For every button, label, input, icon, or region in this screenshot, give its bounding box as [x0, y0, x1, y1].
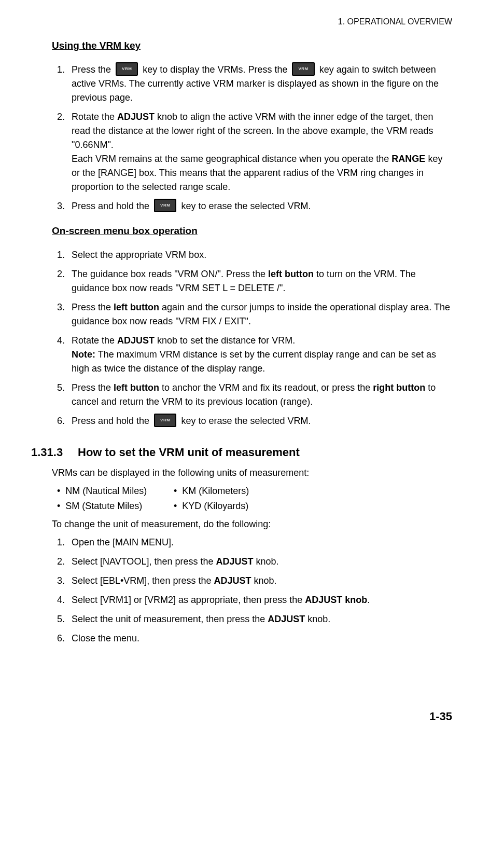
text: Rotate the: [72, 112, 117, 122]
text: key to display the VRMs. Press the: [140, 64, 290, 75]
section-number: 1.31.3: [31, 444, 78, 461]
vrm-key-icon: VRM: [116, 62, 138, 76]
text: KYD (Kiloyards): [182, 501, 248, 511]
bold-text: RANGE: [391, 154, 425, 164]
list-item: Open the [MAIN MENU].: [67, 536, 452, 550]
bold-text: ADJUST: [214, 575, 251, 586]
text: Press and hold the: [72, 201, 152, 211]
page-header: 1. OPERATIONAL OVERVIEW: [31, 16, 452, 28]
list-item: Select the unit of measurement, then pre…: [67, 612, 452, 626]
text: The maximum VRM distance is set by the c…: [72, 349, 436, 374]
page-number: 1-35: [31, 708, 452, 725]
bullet-item: • KM (Kilometers): [174, 484, 288, 498]
text: Select the unit of measurement, then pre…: [72, 614, 268, 624]
list-item: Press the left button to anchor the VRM …: [67, 381, 452, 409]
text: Press and hold the: [72, 416, 152, 426]
list-item: Select [NAVTOOL], then press the ADJUST …: [67, 555, 452, 569]
list-item: Select the appropriate VRM box.: [67, 248, 452, 262]
bullet-item: • SM (Statute Miles): [57, 499, 171, 513]
heading-vrm-unit: 1.31.3How to set the VRM unit of measure…: [31, 444, 452, 461]
text: Select [VRM1] or [VRM2] as appropriate, …: [72, 595, 305, 605]
list-item: Close the menu.: [67, 632, 452, 646]
bold-text: ADJUST knob: [305, 595, 367, 605]
bold-text: left button: [268, 269, 314, 279]
text: knob.: [305, 614, 330, 624]
text: Press the: [72, 382, 114, 393]
text: The guidance box reads "VRM ON/". Press …: [72, 269, 268, 279]
text: Press the: [72, 302, 114, 312]
text: key to erase the selected VRM.: [178, 201, 311, 211]
bold-text: ADJUST: [268, 614, 305, 624]
text: Select [EBL•VRM], then press the: [72, 575, 214, 586]
text: Each VRM remains at the same geographica…: [72, 154, 391, 164]
text: Press the: [72, 64, 114, 75]
text: key to erase the selected VRM.: [178, 416, 311, 426]
vrm-key-icon: VRM: [292, 62, 314, 76]
bold-text: Note:: [72, 349, 95, 360]
intro-text: VRMs can be displayed in the following u…: [52, 466, 452, 480]
bullet-row: • NM (Nautical Miles) • KM (Kilometers): [57, 484, 452, 498]
list-using-vrm-key: Press the VRM key to display the VRMs. P…: [52, 63, 452, 214]
list-item: Press and hold the VRM key to erase the …: [67, 199, 452, 213]
text: knob.: [253, 556, 278, 567]
text: to anchor the VRM and fix its readout, o…: [159, 382, 373, 393]
list-item: Press the VRM key to display the VRMs. P…: [67, 63, 452, 105]
list-item: Rotate the ADJUST knob to set the distan…: [67, 334, 452, 376]
list-item: The guidance box reads "VRM ON/". Press …: [67, 267, 452, 295]
list-item: Rotate the ADJUST knob to align the acti…: [67, 110, 452, 194]
text: KM (Kilometers): [182, 486, 249, 496]
list-item: Press and hold the VRM key to erase the …: [67, 414, 452, 428]
list-item: Press the left button again and the curs…: [67, 300, 452, 328]
list-onscreen-menu: Select the appropriate VRM box. The guid…: [52, 248, 452, 428]
bold-text: ADJUST: [117, 112, 155, 122]
text: NM (Nautical Miles): [65, 486, 147, 496]
bold-text: right button: [373, 382, 425, 393]
change-text: To change the unit of measurement, do th…: [52, 517, 452, 531]
bold-text: ADJUST: [117, 335, 155, 346]
heading-using-vrm-key: Using the VRM key: [52, 38, 452, 53]
bold-text: left button: [114, 382, 159, 393]
section-title: How to set the VRM unit of measurement: [78, 446, 300, 459]
vrm-key-icon: VRM: [154, 414, 176, 427]
vrm-key-icon: VRM: [154, 199, 176, 212]
bold-text: left button: [114, 302, 159, 312]
bullet-row: • SM (Statute Miles) • KYD (Kiloyards): [57, 499, 452, 513]
bullet-item: • NM (Nautical Miles): [57, 484, 171, 498]
list-item: Select [EBL•VRM], then press the ADJUST …: [67, 574, 452, 588]
text: .: [367, 595, 370, 605]
text: knob.: [251, 575, 276, 586]
list-change-unit: Open the [MAIN MENU]. Select [NAVTOOL], …: [52, 536, 452, 646]
text: Select [NAVTOOL], then press the: [72, 556, 216, 567]
text: Rotate the: [72, 335, 117, 346]
bold-text: ADJUST: [216, 556, 253, 567]
text: SM (Statute Miles): [65, 501, 142, 511]
heading-onscreen-menu: On-screen menu box operation: [52, 224, 452, 239]
list-item: Select [VRM1] or [VRM2] as appropriate, …: [67, 593, 452, 607]
bullet-item: • KYD (Kiloyards): [174, 499, 288, 513]
text: knob to set the distance for VRM.: [155, 335, 295, 346]
